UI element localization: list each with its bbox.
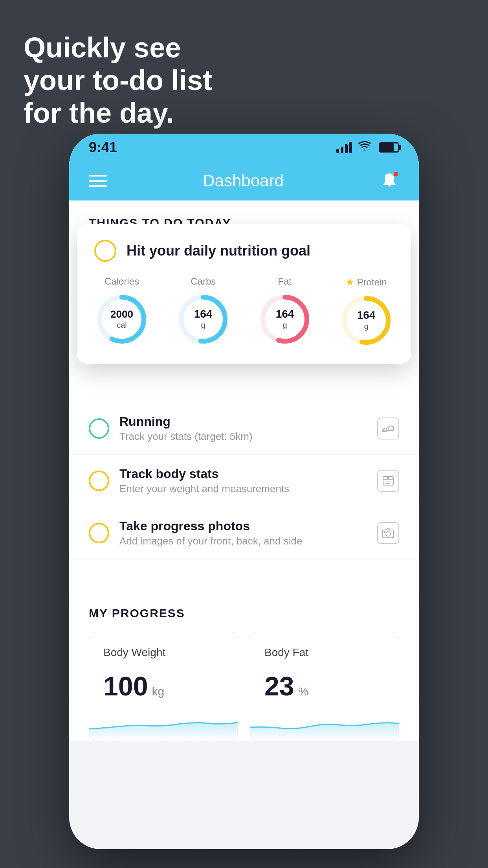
photos-text: Take progress photos Add images of your …: [119, 519, 369, 547]
carbs-ring-item: Carbs 164 g: [176, 276, 231, 347]
nav-title: Dashboard: [203, 171, 283, 190]
svg-text:164: 164: [194, 308, 213, 320]
body-weight-card: Body Weight 100 kg: [89, 632, 238, 741]
protein-label-container: ★ Protein: [345, 276, 387, 288]
svg-point-20: [384, 531, 385, 533]
notification-dot: [393, 171, 399, 177]
body-weight-unit: kg: [152, 685, 164, 698]
spacer: [69, 559, 419, 587]
body-stats-text: Track body stats Enter your weight and m…: [119, 467, 369, 495]
scale-icon: [377, 470, 399, 492]
bell-icon[interactable]: [380, 171, 399, 191]
calories-label: Calories: [105, 276, 139, 287]
svg-text:164: 164: [357, 309, 376, 321]
running-title: Running: [119, 414, 369, 429]
progress-section: MY PROGRESS Body Weight 100 kg: [69, 587, 419, 741]
fat-label: Fat: [278, 276, 292, 287]
wifi-icon: [358, 141, 371, 154]
calories-ring-svg: 2000 cal: [94, 292, 149, 347]
svg-text:2000: 2000: [110, 308, 133, 320]
body-weight-number: 100: [103, 671, 148, 701]
svg-point-17: [387, 477, 389, 479]
carbs-ring-svg: 164 g: [176, 292, 231, 347]
hero-title: Quickly see your to-do list for the day.: [24, 31, 212, 129]
body-fat-unit: %: [298, 685, 309, 698]
body-stats-title: Track body stats: [119, 467, 369, 481]
body-stats-checkbox[interactable]: [89, 471, 109, 491]
hamburger-menu[interactable]: [89, 175, 107, 187]
body-fat-title: Body Fat: [264, 646, 385, 659]
my-progress-header: MY PROGRESS: [89, 607, 399, 620]
body-weight-value-container: 100 kg: [103, 671, 224, 701]
body-weight-chart: [89, 709, 238, 741]
svg-text:g: g: [364, 322, 368, 331]
body-fat-number: 23: [264, 671, 294, 701]
todo-item-body-stats[interactable]: Track body stats Enter your weight and m…: [69, 455, 419, 507]
svg-point-19: [386, 531, 391, 536]
running-checkbox[interactable]: [89, 418, 109, 439]
fat-ring-item: Fat 164 g: [257, 276, 312, 347]
progress-cards: Body Weight 100 kg: [89, 632, 399, 741]
calories-ring-item: Calories 2000 cal: [94, 276, 149, 347]
nutrition-rings: Calories 2000 cal Carbs: [94, 276, 394, 348]
status-icons: [336, 141, 399, 154]
svg-text:164: 164: [275, 308, 294, 320]
fat-ring-svg: 164 g: [257, 292, 312, 347]
body-fat-value-container: 23 %: [264, 671, 385, 701]
protein-ring-svg: 164 g: [339, 293, 394, 348]
svg-text:cal: cal: [117, 321, 127, 329]
phone-mockup: 9:41: [69, 134, 419, 849]
phone-frame: 9:41: [69, 134, 419, 849]
nutrition-card-header: Hit your daily nutrition goal: [94, 240, 394, 262]
carbs-label: Carbs: [191, 276, 216, 287]
nutrition-card: Hit your daily nutrition goal Calories 2…: [77, 224, 411, 364]
status-time: 9:41: [89, 139, 117, 156]
todo-item-photos[interactable]: Take progress photos Add images of your …: [69, 507, 419, 559]
nutrition-card-title: Hit your daily nutrition goal: [127, 243, 310, 259]
body-fat-chart: [250, 709, 399, 741]
running-text: Running Track your stats (target: 5km): [119, 414, 369, 443]
todo-item-running[interactable]: Running Track your stats (target: 5km): [69, 403, 419, 455]
shoe-icon: [377, 417, 399, 440]
photo-svg: [382, 526, 395, 540]
svg-text:g: g: [283, 321, 287, 329]
svg-text:g: g: [201, 321, 205, 329]
protein-label: Protein: [357, 277, 387, 288]
scale-svg: [382, 474, 395, 487]
running-subtitle: Track your stats (target: 5km): [119, 430, 369, 443]
star-icon: ★: [345, 276, 354, 288]
body-stats-subtitle: Enter your weight and measurements: [119, 483, 369, 495]
body-weight-title: Body Weight: [103, 646, 224, 659]
shoe-svg: [382, 422, 395, 435]
photos-subtitle: Add images of your front, back, and side: [119, 535, 369, 547]
photos-checkbox[interactable]: [89, 523, 109, 543]
app-content: THINGS TO DO TODAY Hit your daily nutrit…: [69, 200, 419, 741]
nav-bar: Dashboard: [69, 161, 419, 200]
battery-icon: [379, 142, 399, 153]
body-fat-card: Body Fat 23 %: [250, 632, 399, 741]
status-bar: 9:41: [69, 134, 419, 161]
nutrition-checkbox[interactable]: [94, 240, 116, 262]
photos-title: Take progress photos: [119, 519, 369, 533]
photo-icon: [377, 522, 399, 544]
protein-ring-item: ★ Protein 164 g: [339, 276, 394, 348]
signal-icon: [336, 142, 352, 153]
